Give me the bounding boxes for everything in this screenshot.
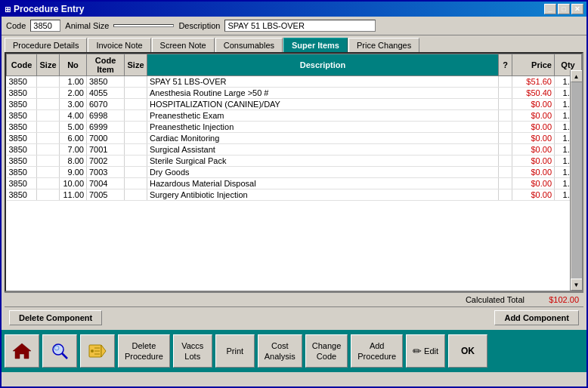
code-label: Code	[6, 21, 26, 30]
table-row[interactable]: 38509.007003Dry Goods$0.001.00	[7, 167, 582, 178]
add-component-button[interactable]: Add Component	[494, 310, 579, 325]
scroll-down-button[interactable]: ▼	[571, 279, 583, 291]
print-button[interactable]: Print	[215, 334, 255, 368]
tab-procedure-details[interactable]: Procedure Details	[5, 38, 87, 52]
window-controls: _ □ ✕	[544, 4, 583, 14]
search-button[interactable]	[42, 334, 77, 368]
print-label: Print	[226, 346, 243, 356]
col-header-size: Size	[37, 54, 60, 76]
total-bar: Calculated Total $102.00	[5, 292, 583, 306]
action-bar: Delete Procedure Vaccs Lots Print Cost A…	[2, 330, 586, 372]
edit-button[interactable]: ✏ Edit	[406, 334, 445, 368]
minimize-button[interactable]: _	[544, 4, 556, 14]
close-button[interactable]: ✕	[571, 4, 583, 14]
home-button[interactable]	[5, 334, 39, 368]
change-code-button[interactable]: Change Code	[305, 334, 348, 368]
delete-procedure-button[interactable]: Delete Procedure	[118, 334, 170, 368]
main-window: ⊞ Procedure Entry _ □ ✕ Code 3850 Animal…	[0, 0, 588, 388]
animal-size-label: Animal Size	[65, 21, 109, 30]
delete-component-button[interactable]: Delete Component	[9, 310, 102, 325]
col-header-code-item: Code Item	[87, 54, 125, 76]
desc-label: Description	[178, 21, 220, 30]
svg-point-7	[91, 350, 94, 353]
delete-procedure-line2: Procedure	[125, 351, 163, 362]
change-code-line1: Change	[312, 340, 342, 351]
ok-button[interactable]: OK	[448, 334, 487, 368]
table-row[interactable]: 38504.006998Preanesthetic Exam$0.001.00	[7, 110, 582, 122]
col-header-code: Code	[7, 54, 37, 76]
vertical-scrollbar[interactable]: ▲ ▼	[570, 70, 582, 291]
table-row[interactable]: 38502.004055Anesthesia Routine Large >50…	[7, 88, 582, 99]
home-icon	[11, 340, 32, 362]
table-row[interactable]: 38507.007001Surgical Assistant$0.001.00	[7, 144, 582, 156]
window-title: Procedure Entry	[14, 4, 84, 14]
col-header-size2: Size	[125, 54, 147, 76]
col-header-price: Price	[512, 54, 555, 76]
calculated-total-value: $102.00	[534, 295, 579, 304]
top-bar: Code 3850 Animal Size Description SPAY 5…	[2, 17, 586, 35]
col-header-description: Description	[147, 54, 499, 76]
window-icon: ⊞	[5, 5, 11, 14]
search-icon	[49, 340, 70, 362]
tab-super-items[interactable]: Super Items	[283, 38, 348, 52]
component-bar: Delete Component Add Component	[5, 306, 583, 328]
tab-invoice-note[interactable]: Invoice Note	[88, 38, 150, 52]
add-procedure-line1: Add	[370, 340, 385, 351]
edit-label: Edit	[424, 346, 438, 356]
description-field[interactable]: SPAY 51 LBS-OVER	[224, 20, 376, 32]
change-code-line2: Code	[317, 351, 336, 362]
table-row[interactable]: 385010.007004Hazardous Material Disposal…	[7, 178, 582, 189]
col-header-question: ?	[499, 54, 512, 76]
table-row[interactable]: 385011.007005Surgery Antibiotic Injectio…	[7, 189, 582, 201]
cost-analysis-line1: Cost	[271, 340, 289, 351]
tag-button[interactable]	[80, 334, 115, 368]
svg-marker-6	[101, 345, 106, 357]
vaccs-lots-line2: Lots	[184, 351, 200, 362]
procedure-table: Code Size No Code Item Size Description …	[6, 54, 582, 201]
maximize-button[interactable]: □	[558, 4, 570, 14]
table-row[interactable]: 38503.006070HOSPITALIZATION (CANINE)/DAY…	[7, 99, 582, 110]
tag-icon	[87, 340, 108, 362]
add-procedure-button[interactable]: Add Procedure	[351, 334, 403, 368]
delete-procedure-line1: Delete	[132, 340, 156, 351]
title-bar: ⊞ Procedure Entry _ □ ✕	[2, 2, 586, 17]
table-row[interactable]: 38508.007002Sterile Surgical Pack$0.001.…	[7, 156, 582, 167]
tab-consumables[interactable]: Consumables	[215, 38, 283, 52]
animal-size-field[interactable]	[113, 24, 174, 27]
tab-bar: Procedure Details Invoice Note Screen No…	[2, 35, 586, 52]
table-row[interactable]: 38501.003850SPAY 51 LBS-OVER$51.601.00	[7, 76, 582, 88]
scroll-up-button[interactable]: ▲	[571, 70, 583, 82]
edit-icon: ✏	[413, 345, 422, 357]
tab-screen-note[interactable]: Screen Note	[152, 38, 215, 52]
tab-price-changes[interactable]: Price Changes	[348, 38, 419, 52]
vaccs-lots-line1: Vaccs	[181, 340, 203, 351]
svg-line-3	[62, 353, 67, 359]
table-row[interactable]: 38506.007000Cardiac Monitoring$0.001.00	[7, 133, 582, 144]
data-table-area: Code Size No Code Item Size Description …	[5, 52, 583, 292]
calculated-total-label: Calculated Total	[466, 295, 525, 304]
cost-analysis-line2: Analysis	[265, 351, 296, 362]
col-header-no: No	[60, 54, 87, 76]
vaccs-lots-button[interactable]: Vaccs Lots	[173, 334, 212, 368]
scroll-track[interactable]	[571, 82, 582, 279]
cost-analysis-button[interactable]: Cost Analysis	[258, 334, 302, 368]
add-procedure-line2: Procedure	[357, 351, 396, 362]
code-field[interactable]: 3850	[30, 20, 60, 32]
table-row[interactable]: 38505.006999Preanesthetic Injection$0.00…	[7, 122, 582, 133]
